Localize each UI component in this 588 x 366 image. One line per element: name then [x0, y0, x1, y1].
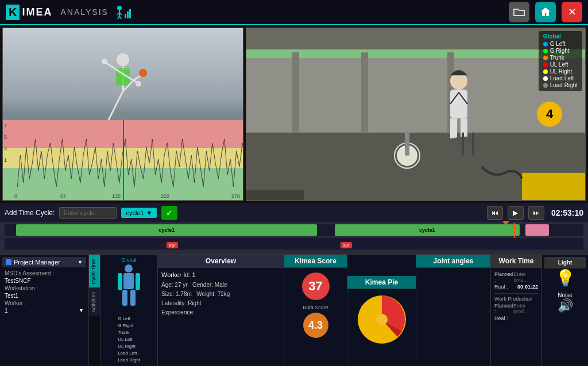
legend-color-trunk: [543, 56, 548, 60]
kimea-score-header: Kimea Score: [284, 255, 347, 268]
trpr-label-2: trpr: [341, 242, 352, 248]
cycle1-label-2: cycle1: [419, 227, 435, 233]
svg-rect-25: [292, 52, 299, 133]
folder-button[interactable]: [509, 2, 529, 22]
forward-button[interactable]: ⏭: [528, 206, 544, 220]
play-button[interactable]: ▶: [508, 206, 524, 220]
chevron-down-icon: ▼: [146, 209, 153, 216]
svg-rect-40: [522, 173, 585, 200]
svg-line-5: [119, 16, 121, 19]
overview-panel: Overview Worker Id: 1 Age: 27 yr Gender:…: [158, 255, 284, 366]
ul-left-label: UL Left: [118, 336, 140, 343]
sidebar-left: Project Manager ▼ MSD's Assesment : Test…: [0, 255, 89, 366]
panel-video: 4 Global G Left G Right Trunk: [246, 28, 586, 201]
logo-text: IMEA: [22, 6, 52, 18]
planned-value: Enter time...: [513, 271, 538, 283]
legend-item-trunk: Trunk: [543, 54, 578, 61]
msd-row: MSD's Assesment :: [2, 270, 86, 277]
overview-header: Overview: [158, 255, 284, 268]
cycle-name-input[interactable]: [59, 207, 117, 219]
svg-point-34: [450, 137, 479, 146]
project-manager-header[interactable]: Project Manager ▼: [2, 257, 86, 267]
confirm-cycle-button[interactable]: ✓: [161, 206, 177, 220]
real-row: Real : 00:01:22: [494, 284, 538, 290]
svg-rect-8: [129, 9, 131, 18]
real-prod-row: Real :: [494, 316, 538, 321]
legend-item-ulright: UL Right: [543, 68, 578, 75]
laterality-row: Laterality: Right: [161, 299, 280, 308]
svg-point-49: [136, 286, 140, 290]
body-figure-labels: G Left G Right Trunk UL Left UL Right Lo…: [118, 316, 140, 364]
timeline-marker-arrow: [502, 221, 509, 225]
rewind-button[interactable]: ⏮: [487, 206, 503, 220]
planned-row: Planned : Enter time...: [494, 271, 538, 283]
noise-speaker-icon: 🔊: [558, 298, 573, 313]
rula-score-circle: 4.3: [303, 313, 328, 338]
cycle-time-tab[interactable]: Cycle Time: [89, 255, 100, 288]
logo: K IMEA: [6, 5, 52, 20]
home-button[interactable]: [535, 2, 556, 22]
video-scene: 4 Global G Left G Right Trunk: [246, 28, 585, 200]
close-button[interactable]: ✕: [562, 2, 582, 22]
legend-color-gleft: [543, 42, 548, 46]
svg-point-20: [139, 69, 147, 77]
app-icon: [114, 3, 131, 21]
legend-item-loadleft: Load Left: [543, 75, 578, 81]
video-legend: Global G Left G Right Trunk: [539, 31, 582, 91]
light-header: Light: [544, 257, 586, 268]
svg-rect-45: [136, 273, 140, 287]
kimea-score-value: 37: [308, 279, 322, 294]
time-display: 02:53:10: [551, 208, 583, 217]
kimea-score-circle: 37: [302, 272, 330, 300]
body-figure-title: Global: [121, 257, 136, 263]
svg-rect-26: [361, 52, 368, 133]
age-label: Age: 27 yr: [161, 282, 188, 288]
real-label: Real :: [494, 284, 508, 290]
workstation-value-row: Test1: [2, 292, 86, 299]
worker-dropdown-icon[interactable]: ▼: [79, 307, 84, 314]
rewind-icon: ⏮: [492, 209, 498, 217]
msd-value: TestSNCF: [5, 278, 31, 284]
planned-prod-label: Planned :: [494, 303, 513, 314]
size-label: Size: 1.78m: [161, 291, 192, 297]
worker-value: 1: [5, 307, 8, 314]
svg-rect-7: [127, 11, 129, 18]
motion-chart: 7 5 3 1 0 67 135 202 270: [3, 120, 243, 200]
app-header: K IMEA ANALYSIS ✕: [0, 0, 588, 25]
cycle-dropdown[interactable]: cycle1 ▼: [121, 208, 157, 218]
panel-3d: 7 5 3 1 0 67 135 202 270: [2, 28, 243, 201]
gender-label: Gender: Male: [192, 282, 227, 288]
video-background: [246, 28, 585, 200]
light-bulb-icon: 💡: [555, 268, 575, 287]
svg-rect-46: [122, 290, 127, 306]
svg-point-42: [125, 264, 133, 272]
chart-y-1: 1: [4, 157, 7, 163]
rula-score-value: 4.3: [308, 320, 323, 332]
planned-label: Planned :: [494, 271, 513, 283]
worker-age-gender: Age: 27 yr Gender: Male: [161, 281, 280, 290]
joint-angles-header: Joint angles: [416, 255, 490, 268]
add-cycle-label: Add Time Cycle:: [5, 209, 55, 217]
timeline-marker: [514, 223, 515, 239]
svg-point-13: [102, 59, 107, 64]
workstation-value: Test1: [5, 293, 18, 299]
activities-tab[interactable]: Activities: [89, 288, 100, 316]
worker-label: Worker :: [5, 300, 26, 306]
svg-point-48: [118, 286, 122, 290]
legend-color-gright: [543, 49, 548, 53]
work-time-header: Work Time: [491, 255, 541, 268]
worker-info: Worker Id: 1 Age: 27 yr Gender: Male Siz…: [158, 268, 284, 321]
svg-line-16: [114, 91, 123, 108]
worker-row: Worker :: [2, 299, 86, 307]
svg-rect-35: [462, 133, 464, 155]
legend-global-label: Global: [543, 33, 578, 40]
logo-k: K: [6, 5, 20, 20]
legend-item-ulleft: UL Left: [543, 61, 578, 68]
legend-item-gright: G Right: [543, 48, 578, 54]
cycle1-label-1: cycle1: [158, 227, 175, 233]
controls-row: Add Time Cycle: cycle1 ▼ ✓ ⏮ ▶ ⏭ 02:53:1…: [0, 203, 588, 222]
rula-label: Rula Score: [284, 305, 347, 310]
real-prod-label: Real :: [494, 316, 508, 321]
svg-rect-44: [118, 273, 122, 287]
joint-angles-panel: Joint angles: [416, 255, 491, 366]
